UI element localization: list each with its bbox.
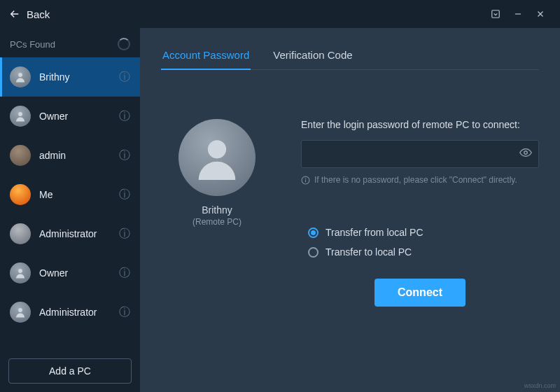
info-icon[interactable]: ⓘ [119, 266, 130, 281]
remote-profile: Brithny (Remote PC) [161, 119, 273, 378]
tabs: Account Password Verification Code [161, 41, 539, 70]
tab-verification-code[interactable]: Verification Code [272, 41, 354, 69]
pc-list: Brithny ⓘ Owner ⓘ admin ⓘ Me ⓘ Administr… [0, 57, 140, 350]
sidebar: PCs Found Brithny ⓘ Owner ⓘ admin ⓘ Me [0, 28, 140, 392]
radio-transfer-to[interactable]: Transfer to local PC [308, 246, 539, 258]
sidebar-item-me[interactable]: Me ⓘ [0, 175, 140, 214]
sidebar-header: PCs Found [0, 28, 140, 57]
sidebar-item-administrator[interactable]: Administrator ⓘ [0, 214, 140, 253]
info-icon[interactable]: ⓘ [119, 188, 130, 202]
connect-form: Enter the login password of remote PC to… [301, 119, 539, 378]
close-icon [536, 9, 545, 19]
sidebar-item-label: Administrator [39, 307, 111, 318]
password-hint: If there is no password, please click "C… [301, 175, 539, 185]
radio-transfer-from[interactable]: Transfer from local PC [308, 227, 539, 238]
sidebar-item-label: Administrator [39, 228, 111, 239]
radio-label: Transfer to local PC [326, 246, 412, 258]
dropdown-button[interactable] [484, 3, 507, 25]
connect-label: Connect [398, 286, 442, 298]
avatar-icon [10, 66, 31, 88]
sidebar-title: PCs Found [10, 39, 55, 50]
loading-icon [118, 38, 130, 50]
info-icon[interactable]: ⓘ [119, 227, 130, 241]
arrow-left-icon [8, 8, 21, 20]
profile-subtitle: (Remote PC) [192, 217, 241, 227]
back-button[interactable]: Back [8, 8, 50, 20]
tab-label: Account Password [162, 49, 249, 61]
svg-point-12 [305, 178, 306, 178]
close-button[interactable] [529, 3, 552, 25]
add-pc-label: Add a PC [49, 365, 91, 377]
info-circle-icon [301, 176, 310, 185]
watermark: wsxdn.com [524, 382, 556, 389]
sidebar-item-label: Owner [39, 111, 111, 122]
avatar-icon [10, 223, 31, 244]
info-icon[interactable]: ⓘ [119, 305, 130, 320]
minimize-icon [513, 9, 523, 19]
sidebar-item-label: Me [39, 189, 111, 200]
svg-rect-0 [492, 10, 500, 18]
radio-label: Transfer from local PC [326, 227, 424, 238]
tab-account-password[interactable]: Account Password [161, 41, 251, 69]
info-icon[interactable]: ⓘ [119, 70, 130, 85]
avatar-icon [10, 106, 31, 127]
info-icon[interactable]: ⓘ [119, 109, 130, 124]
radio-dot-icon [308, 247, 318, 258]
radio-dot-icon [308, 227, 318, 238]
sidebar-item-administrator-2[interactable]: Administrator ⓘ [0, 293, 140, 332]
hint-text: If there is no password, please click "C… [314, 175, 517, 185]
add-pc-button[interactable]: Add a PC [8, 358, 132, 384]
svg-point-9 [524, 151, 528, 155]
svg-point-7 [18, 308, 22, 312]
toggle-visibility-button[interactable] [519, 146, 532, 162]
avatar-icon [10, 302, 31, 323]
password-input[interactable] [301, 140, 539, 168]
svg-point-5 [18, 112, 22, 116]
sidebar-item-label: Owner [39, 267, 111, 279]
avatar-icon [10, 145, 31, 166]
main-panel: Account Password Verification Code Brith… [140, 28, 560, 392]
sidebar-item-admin[interactable]: admin ⓘ [0, 136, 140, 175]
chevron-down-box-icon [491, 9, 500, 19]
avatar-icon [10, 262, 31, 284]
back-label: Back [27, 8, 50, 20]
titlebar: Back [0, 0, 560, 28]
sidebar-item-owner[interactable]: Owner ⓘ [0, 97, 140, 136]
sidebar-item-brithny[interactable]: Brithny ⓘ [0, 57, 140, 97]
svg-point-8 [208, 140, 226, 158]
svg-point-4 [18, 73, 22, 77]
password-prompt: Enter the login password of remote PC to… [301, 119, 539, 130]
minimize-button[interactable] [507, 3, 529, 25]
profile-name: Brithny [202, 204, 232, 216]
svg-point-6 [18, 269, 22, 273]
transfer-direction: Transfer from local PC Transfer to local… [308, 227, 539, 258]
connect-button[interactable]: Connect [374, 279, 465, 307]
sidebar-item-label: admin [39, 150, 111, 161]
tab-label: Verification Code [273, 49, 352, 61]
sidebar-item-owner-2[interactable]: Owner ⓘ [0, 253, 140, 293]
profile-avatar-icon [178, 119, 255, 196]
sidebar-item-label: Brithny [39, 71, 111, 83]
avatar-icon [10, 184, 31, 205]
eye-icon [519, 146, 532, 159]
info-icon[interactable]: ⓘ [119, 148, 130, 163]
